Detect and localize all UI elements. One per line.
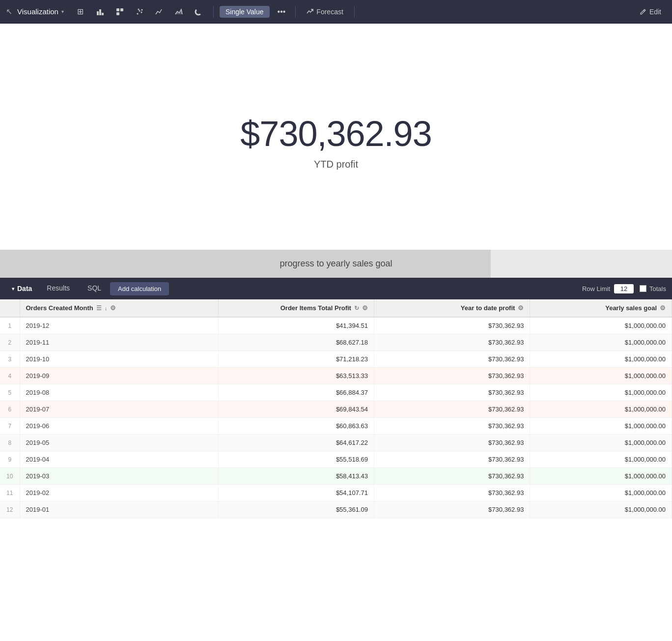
profit-cell: $55,361.09 — [218, 501, 374, 518]
svg-line-12 — [644, 10, 644, 11]
table-row: 9 2019-04 $55,518.69 $730,362.93 $1,000,… — [0, 451, 672, 468]
goal-cell: $1,000,000.00 — [530, 317, 672, 334]
bar-chart-icon-btn[interactable] — [91, 4, 109, 20]
col-num — [0, 299, 20, 317]
sort-down-icon[interactable]: ↓ — [105, 305, 108, 311]
area-icon-btn[interactable] — [170, 4, 188, 20]
scatter-icon-btn[interactable] — [131, 4, 148, 20]
svg-rect-2 — [102, 13, 104, 15]
goal-cell: $1,000,000.00 — [530, 368, 672, 384]
pivot-icon-btn[interactable] — [111, 4, 129, 20]
row-num: 11 — [0, 485, 20, 501]
col-ytd-profit: Year to date profit ⚙ — [374, 299, 530, 317]
row-limit-area: Row Limit — [582, 284, 634, 293]
tab-sql[interactable]: SQL — [79, 278, 110, 299]
table-row: 10 2019-03 $58,413.43 $730,362.93 $1,000… — [0, 468, 672, 485]
ytd-cell: $730,362.93 — [374, 435, 530, 451]
table-icon-btn[interactable]: ⊞ — [72, 4, 89, 20]
orders-month-cell: 2019-10 — [20, 351, 218, 368]
table-header-row: Orders Created Month ☰ ↓ ⚙ Order Items T… — [0, 299, 672, 317]
progress-banner: progress to yearly sales goal — [0, 250, 672, 278]
ytd-cell: $730,362.93 — [374, 351, 530, 368]
tab-results[interactable]: Results — [38, 278, 79, 299]
profit-cell: $68,627.18 — [218, 334, 374, 351]
goal-cell: $1,000,000.00 — [530, 468, 672, 485]
svg-point-9 — [138, 8, 139, 10]
ytd-cell: $730,362.93 — [374, 485, 530, 501]
profit-cell: $55,518.69 — [218, 451, 374, 468]
profit-cell: $58,413.43 — [218, 468, 374, 485]
chevron-down-icon: ▾ — [61, 9, 64, 14]
goal-cell: $1,000,000.00 — [530, 501, 672, 518]
table-row: 5 2019-08 $66,884.37 $730,362.93 $1,000,… — [0, 384, 672, 401]
ytd-cell: $730,362.93 — [374, 334, 530, 351]
row-num: 7 — [0, 418, 20, 435]
svg-point-7 — [139, 10, 140, 11]
pivot-field-icon: ↻ — [354, 305, 359, 312]
settings-icon-4[interactable]: ⚙ — [660, 304, 666, 312]
orders-month-cell: 2019-04 — [20, 451, 218, 468]
profit-cell: $64,617.22 — [218, 435, 374, 451]
data-panel: ▾ Data Results SQL Add calculation Row L… — [0, 278, 672, 518]
profit-cell: $69,843.54 — [218, 401, 374, 418]
table-row: 7 2019-06 $60,863.63 $730,362.93 $1,000,… — [0, 418, 672, 435]
profit-cell: $71,218.23 — [218, 351, 374, 368]
table-row: 3 2019-10 $71,218.23 $730,362.93 $1,000,… — [0, 351, 672, 368]
goal-cell: $1,000,000.00 — [530, 418, 672, 435]
svg-rect-3 — [116, 8, 119, 11]
goal-cell: $1,000,000.00 — [530, 451, 672, 468]
data-table: Orders Created Month ☰ ↓ ⚙ Order Items T… — [0, 299, 672, 518]
row-limit-input[interactable] — [614, 284, 634, 293]
orders-month-cell: 2019-02 — [20, 485, 218, 501]
ytd-cell: $730,362.93 — [374, 468, 530, 485]
ytd-cell: $730,362.93 — [374, 384, 530, 401]
orders-month-cell: 2019-06 — [20, 418, 218, 435]
row-num: 10 — [0, 468, 20, 485]
more-options-button[interactable]: ••• — [274, 5, 290, 18]
main-label: YTD profit — [314, 159, 358, 170]
svg-rect-5 — [116, 12, 119, 15]
separator-2 — [295, 6, 296, 18]
line-icon-btn[interactable] — [150, 4, 168, 20]
col-orders-month: Orders Created Month ☰ ↓ ⚙ — [20, 299, 218, 317]
ytd-cell: $730,362.93 — [374, 418, 530, 435]
goal-cell: $1,000,000.00 — [530, 435, 672, 451]
settings-icon[interactable]: ⚙ — [110, 304, 116, 312]
row-num: 1 — [0, 317, 20, 334]
orders-month-cell: 2019-12 — [20, 317, 218, 334]
orders-month-cell: 2019-08 — [20, 384, 218, 401]
orders-month-cell: 2019-11 — [20, 334, 218, 351]
donut-icon-btn[interactable] — [190, 4, 207, 20]
row-num: 4 — [0, 368, 20, 384]
forecast-icon — [307, 8, 313, 15]
add-calculation-button[interactable]: Add calculation — [110, 282, 169, 295]
edit-button[interactable]: Edit — [635, 6, 666, 18]
totals-area[interactable]: Totals — [640, 285, 666, 292]
col-total-profit: Order Items Total Profit ↻ ⚙ — [218, 299, 374, 317]
orders-month-cell: 2019-05 — [20, 435, 218, 451]
separator-1 — [213, 6, 214, 18]
svg-point-10 — [141, 9, 142, 10]
totals-checkbox[interactable] — [640, 285, 646, 292]
profit-cell: $41,394.51 — [218, 317, 374, 334]
totals-label: Totals — [649, 285, 666, 292]
svg-point-6 — [137, 13, 138, 14]
col-yearly-goal: Yearly sales goal ⚙ — [530, 299, 672, 317]
chevron-down-icon: ▾ — [12, 286, 14, 291]
data-panel-tabs: ▾ Data Results SQL Add calculation Row L… — [0, 278, 672, 299]
cursor-icon: ↖ — [6, 7, 12, 16]
goal-cell: $1,000,000.00 — [530, 401, 672, 418]
tab-data[interactable]: ▾ Data — [6, 278, 38, 299]
ytd-cell: $730,362.93 — [374, 451, 530, 468]
ytd-cell: $730,362.93 — [374, 401, 530, 418]
table-row: 2 2019-11 $68,627.18 $730,362.93 $1,000,… — [0, 334, 672, 351]
table-row: 11 2019-02 $54,107.71 $730,362.93 $1,000… — [0, 485, 672, 501]
forecast-button[interactable]: Forecast — [302, 6, 348, 18]
row-num: 3 — [0, 351, 20, 368]
single-value-button[interactable]: Single Value — [220, 6, 270, 18]
svg-point-11 — [196, 9, 201, 15]
filter-icon[interactable]: ☰ — [96, 305, 102, 312]
settings-icon-2[interactable]: ⚙ — [362, 304, 368, 312]
ytd-cell: $730,362.93 — [374, 368, 530, 384]
settings-icon-3[interactable]: ⚙ — [518, 304, 524, 312]
